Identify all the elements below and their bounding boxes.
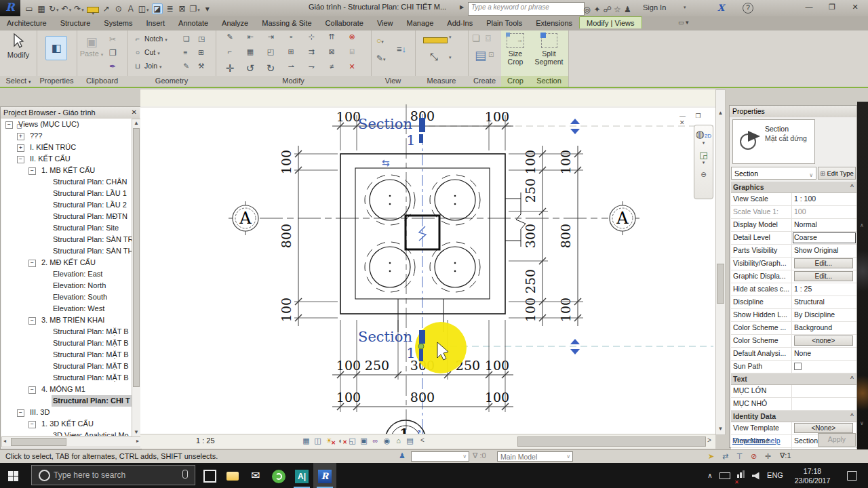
reveal-hidden-elements-icon[interactable]: ∞ [370,436,381,445]
mail-button[interactable]: ✉ [244,463,267,488]
tree-item-label[interactable]: Structural Plan: LẦU 1 [52,188,128,199]
tab-insert[interactable]: Insert [140,17,172,28]
tab-manage[interactable]: Manage [400,17,441,28]
tree-item-label[interactable]: 3D View: Analytical Mo [52,430,130,436]
crop-view-icon[interactable]: ◱ [347,436,358,445]
worksets-filter[interactable]: ∇ :0 [473,451,486,460]
tree-item[interactable]: Structural Plan: LẦU 1 [1,188,132,199]
align-icon[interactable]: ⇤ [240,33,260,41]
join-geometry-icon[interactable]: ◰ [260,47,281,56]
sign-in-button[interactable]: Sign In [643,3,666,12]
pin-icon[interactable]: ⊠ [321,47,342,56]
collapse-icon[interactable]: − [28,260,36,267]
copy-to-clipboard-icon[interactable]: ❐ [109,48,117,58]
task-view-button[interactable] [198,463,221,488]
zoom-caret-icon[interactable]: ▾ [694,160,713,165]
tree-item[interactable]: −III. 3D [1,407,132,418]
property-button[interactable]: <None> [794,423,853,433]
property-value[interactable] [792,361,856,373]
default-3d-view-icon[interactable]: ◫ [138,4,149,14]
undo-icon[interactable]: ↶ [62,4,72,14]
switch-windows-icon[interactable]: ❐ [190,4,200,14]
reveal-constraints-icon[interactable]: ▤ [404,436,416,445]
selection-filter[interactable]: ∇:1 [780,451,791,460]
tab-structure[interactable]: Structure [54,17,98,28]
tree-item[interactable]: Structural Plan: MẶT B [1,372,132,384]
tree-item[interactable]: −3. MB TRIỂN KHAI [1,314,132,326]
panel-measure-label[interactable]: Measure [415,76,468,87]
thin-lines-icon[interactable]: ≣ [165,4,175,14]
coccoc-browser-button[interactable] [267,463,290,488]
tab-systems[interactable]: Systems [97,17,139,28]
cope-icon[interactable]: ⌐ [220,47,240,56]
property-value[interactable]: 100 [792,206,856,218]
tree-item[interactable]: +I. KIẾN TRÚC [1,142,132,153]
tree-item[interactable]: Structural Plan: Site [1,222,132,234]
select-pinned-icon[interactable]: ⊤ [732,452,747,461]
temporary-hide-isolate-icon[interactable]: ◉ [381,436,393,445]
project-browser-hscrollbar[interactable]: ◂ ▸ [1,436,141,447]
properties-header[interactable]: Properties [730,106,856,117]
tree-item-label[interactable]: Structural Plan: SÀN TH [52,245,132,257]
offset-copy-icon[interactable]: ⌻ [342,47,362,56]
move-icon[interactable]: ✛ [220,62,240,75]
section-icon[interactable]: ◪ [152,3,163,14]
worksets-icon[interactable]: ♟ [399,451,406,460]
tree-item-label[interactable]: 1. MB KẾT CẤU [40,165,96,176]
select-links-icon[interactable]: ⇄ [718,452,732,461]
view-scale-button[interactable]: 1 : 25 [196,436,215,445]
structural-plan-view[interactable]: A A [140,89,715,434]
tree-item-label[interactable]: Structural Plan: MĐTN [52,211,129,222]
split-element-icon[interactable]: ⇁ [301,62,321,75]
tray-expand-icon[interactable]: ∧ [704,463,716,488]
property-value[interactable]: Coarse [792,232,856,244]
type-selector[interactable]: Section ∨ [731,167,816,180]
tab-annotate[interactable]: Annotate [172,17,215,28]
drawing-area[interactable]: A A [140,89,715,448]
tree-item[interactable]: Elevation: South [1,291,132,303]
copy-icon[interactable]: ↺ [240,62,260,75]
select-underlay-icon[interactable]: ⊘ [747,452,761,461]
tree-item-label[interactable]: Structural Plan: SÀN TR [52,234,132,245]
tree-item-label[interactable]: Structural Plan: MẶT B [52,361,130,372]
notch-button[interactable]: ⌐ Notch ▾❏◳ [133,35,167,43]
tree-item-label[interactable]: 1. 3D KẾT CẤU [40,418,95,430]
exchange-apps-icon[interactable]: X [717,3,724,13]
restore-button[interactable]: ❐ [823,3,841,12]
offset-icon[interactable]: ⇥ [260,33,281,41]
tree-item-label[interactable]: Structural Plan: MẶT B [52,338,130,349]
clock[interactable]: 17:18 23/06/2017 [788,463,837,488]
tree-item-label[interactable]: Elevation: West [52,303,106,314]
collapse-icon[interactable]: − [28,167,36,175]
tree-item[interactable]: Elevation: North [1,280,132,291]
property-value[interactable]: Normal [792,219,856,231]
tree-item-label[interactable]: Elevation: North [52,280,107,291]
apply-button[interactable]: Apply [818,433,856,447]
tab-architecture[interactable]: Architecture [0,17,54,28]
tree-item[interactable]: −2. MĐ KẾT CẤU [1,257,132,268]
collapse-chevron-icon[interactable]: ^ [850,182,854,192]
tab-add-ins[interactable]: Add-Ins [440,17,479,28]
panel-properties-label[interactable]: Properties [37,76,77,87]
detail-group-icon[interactable]: ⊡ [488,51,494,58]
array-icon[interactable]: ⇈ [321,33,342,41]
property-group-header[interactable]: Text^ [731,373,856,385]
redo-icon[interactable]: ↷ [74,4,84,14]
panel-create-label[interactable]: Create [468,76,501,87]
infocenter-search-input[interactable]: Type a keyword or phrase [468,2,585,16]
tab-analyze[interactable]: Analyze [215,17,255,28]
mirror-pick-icon[interactable]: ∘ [281,33,301,41]
file-explorer-button[interactable] [221,463,244,488]
application-menu-button[interactable]: R [0,0,20,16]
tree-item-label[interactable]: Structural Plan: CHI T [52,395,132,407]
hscroll-right-icon[interactable]: > [707,436,711,444]
tab-extensions[interactable]: Extensions [529,17,579,28]
save-icon[interactable]: ▦ [37,4,46,14]
navbar-collapse-icon[interactable]: ⊖ [694,171,713,178]
help-icon[interactable]: ? [743,3,753,14]
project-browser-header[interactable]: Project Browser - Giáo trình ✕ [1,107,140,119]
size-crop-button[interactable]: → Size Crop [501,33,530,66]
collapse-chevron-icon[interactable]: ^ [850,411,854,422]
expand-icon[interactable]: + [17,144,24,152]
lightbulb-icon[interactable]: ○▾ [376,36,384,45]
